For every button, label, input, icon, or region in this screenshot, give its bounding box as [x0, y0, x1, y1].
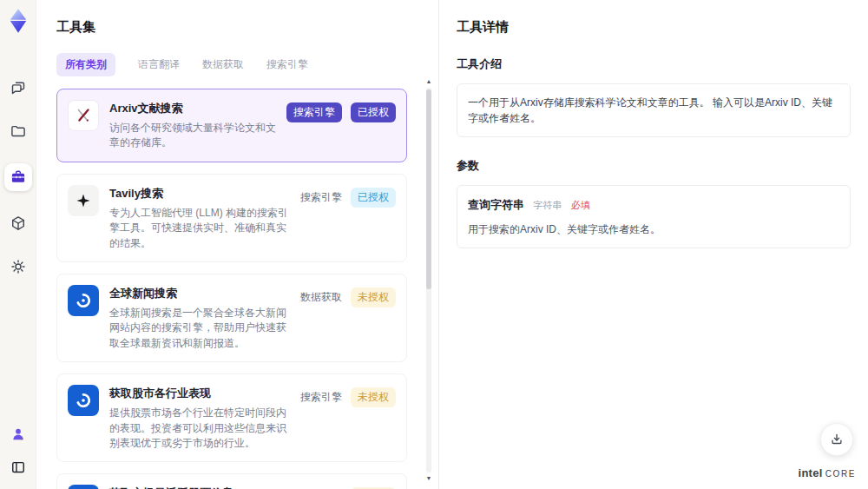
package-icon: [10, 215, 27, 232]
param-description: 用于搜索的Arxiv ID、关键字或作者姓名。: [468, 221, 839, 237]
tool-description: 专为人工智能代理 (LLM) 构建的搜索引擎工具。可快速提供实时、准确和真实的结…: [109, 206, 290, 251]
sidebar-item-folder-icon[interactable]: [7, 120, 30, 142]
sidebar-item-chat-icon[interactable]: [7, 76, 30, 99]
tool-info: 获取股市各行业表现 提供股票市场各个行业在特定时间段内的表现。投资者可以利用这些…: [109, 385, 290, 451]
blue-logo-icon: [68, 485, 99, 489]
tool-description: 全球新闻搜索是一个聚合全球各大新闻网站内容的搜索引擎，帮助用户快速获取全球最新资…: [109, 306, 290, 351]
param-required-badge: 必填: [571, 200, 590, 210]
app-logo-icon: [5, 7, 31, 35]
toolbox-icon: [10, 169, 27, 186]
param-name: 查询字符串: [468, 198, 524, 211]
tool-badges: 搜索引擎 未授权: [300, 485, 396, 489]
tool-info: 全球新闻搜索 全球新闻搜索是一个聚合全球各大新闻网站内容的搜索引擎，帮助用户快速…: [109, 285, 290, 351]
tab-category-4[interactable]: 搜索引擎: [266, 53, 308, 76]
intel-core-logo: intel CORE: [798, 466, 856, 479]
tab-category-2[interactable]: 语言翻译: [138, 53, 180, 76]
brand-core-text: CORE: [825, 469, 856, 479]
status-badge: 已授权: [351, 188, 396, 208]
category-badge: 搜索引擎: [300, 387, 342, 407]
tavily-icon: [68, 185, 99, 216]
tab-category-1[interactable]: 所有类别: [56, 53, 115, 76]
params-heading: 参数: [457, 158, 851, 174]
param-header: 查询字符串 字符串 必填: [468, 196, 839, 214]
tool-card[interactable]: 全球新闻搜索 全球新闻搜索是一个聚合全球各大新闻网站内容的搜索引擎，帮助用户快速…: [56, 274, 407, 362]
folder-icon: [10, 122, 27, 140]
settings-icon: [10, 258, 27, 275]
panel-toggle-icon: [10, 459, 27, 476]
details-title: 工具详情: [457, 19, 851, 36]
tool-card[interactable]: Tavily搜索 专为人工智能代理 (LLM) 构建的搜索引擎工具。可快速提供实…: [56, 174, 407, 262]
status-badge: 未授权: [351, 387, 396, 407]
list-scrollbar[interactable]: ▲ ▼: [424, 78, 433, 482]
tool-badges: 搜索引擎 未授权: [300, 385, 396, 451]
tool-name: Arxiv文献搜索: [109, 101, 276, 116]
app-window: 工具集 所有类别语言翻译数据获取搜索引擎 Arxiv文献搜索 访问各个研究领域大…: [0, 0, 868, 489]
tool-name: 获取市场最活跃股票信息: [109, 486, 290, 489]
sidebar-item-package-icon[interactable]: [7, 212, 30, 235]
sidebar-item-toolbox-icon[interactable]: [4, 163, 32, 191]
scrollbar-track[interactable]: [426, 88, 431, 472]
tool-info: Tavily搜索 专为人工智能代理 (LLM) 构建的搜索引擎工具。可快速提供实…: [109, 185, 290, 251]
param-box: 查询字符串 字符串 必填 用于搜索的Arxiv ID、关键字或作者姓名。: [457, 185, 851, 248]
scrollbar-thumb[interactable]: [426, 89, 431, 289]
category-badge: 数据获取: [300, 287, 342, 307]
tab-category-3[interactable]: 数据获取: [202, 53, 244, 76]
sidebar-nav: [4, 76, 32, 278]
tool-list: Arxiv文献搜索 访问各个研究领域大量科学论文和文章的存储库。 搜索引擎 已授…: [56, 89, 419, 489]
sidebar-item-panel-toggle-icon[interactable]: [7, 456, 30, 479]
page-title: 工具集: [56, 19, 419, 36]
tool-details-panel: 工具详情 工具介绍 一个用于从Arxiv存储库搜索科学论文和文章的工具。 输入可…: [438, 0, 868, 489]
toolset-panel: 工具集 所有类别语言翻译数据获取搜索引擎 Arxiv文献搜索 访问各个研究领域大…: [36, 0, 438, 489]
tool-card[interactable]: 获取市场最活跃股票信息 提供当天交易量最高的股票列表，投资者可以利用这些信息来识…: [56, 473, 407, 489]
download-icon: [829, 432, 845, 447]
brand-intel-text: intel: [798, 466, 822, 479]
scroll-down-arrow[interactable]: ▼: [426, 475, 432, 482]
tool-description: 提供股票市场各个行业在特定时间段内的表现。投资者可以利用这些信息来识别表现优于或…: [109, 406, 290, 451]
status-badge: 已授权: [351, 102, 396, 122]
tool-info: 获取市场最活跃股票信息 提供当天交易量最高的股票列表，投资者可以利用这些信息来识…: [109, 485, 290, 489]
tool-description: 访问各个研究领域大量科学论文和文章的存储库。: [109, 121, 276, 151]
blue-logo-icon: [68, 285, 99, 316]
tool-name: Tavily搜索: [109, 186, 290, 202]
tool-badges: 搜索引擎 已授权: [300, 185, 396, 251]
intro-text-box: 一个用于从Arxiv存储库搜索科学论文和文章的工具。 输入可以是Arxiv ID…: [457, 83, 851, 137]
intro-heading: 工具介绍: [457, 56, 851, 72]
download-button[interactable]: [820, 423, 853, 456]
sidebar-item-settings-icon[interactable]: [7, 255, 30, 278]
sidebar: [0, 0, 36, 489]
tool-card[interactable]: Arxiv文献搜索 访问各个研究领域大量科学论文和文章的存储库。 搜索引擎 已授…: [56, 89, 407, 162]
tool-badges: 搜索引擎 已授权: [286, 100, 396, 151]
tool-name: 获取股市各行业表现: [109, 386, 290, 401]
category-tabs: 所有类别语言翻译数据获取搜索引擎: [56, 53, 419, 76]
category-badge: 搜索引擎: [300, 188, 342, 208]
tool-info: Arxiv文献搜索 访问各个研究领域大量科学论文和文章的存储库。: [109, 100, 276, 151]
tool-card[interactable]: 获取股市各行业表现 提供股票市场各个行业在特定时间段内的表现。投资者可以利用这些…: [56, 373, 407, 462]
sidebar-item-user-icon[interactable]: [7, 423, 30, 446]
arxiv-icon: [68, 100, 99, 131]
sidebar-bottom: [7, 423, 30, 479]
user-icon: [10, 426, 27, 443]
tool-badges: 数据获取 未授权: [300, 285, 396, 351]
status-badge: 未授权: [351, 287, 396, 307]
tool-name: 全球新闻搜索: [109, 286, 290, 301]
param-type: 字符串: [533, 200, 562, 210]
chat-icon: [10, 79, 27, 96]
category-badge: 搜索引擎: [286, 102, 342, 122]
scroll-up-arrow[interactable]: ▲: [426, 78, 432, 85]
blue-logo-icon: [68, 385, 99, 416]
